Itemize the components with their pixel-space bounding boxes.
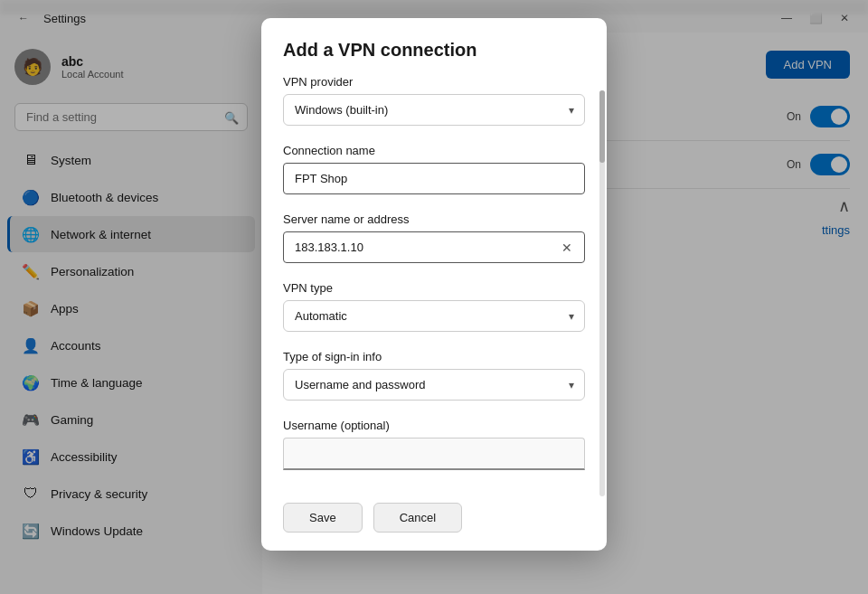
- server-input[interactable]: [283, 231, 585, 263]
- vpn-modal: Add a VPN connection VPN provider Window…: [261, 18, 607, 551]
- modal-scrollbar-thumb: [599, 90, 605, 163]
- sign-in-select[interactable]: Username and password Certificate Smart …: [283, 369, 585, 401]
- modal-overlay: Add a VPN connection VPN provider Window…: [0, 0, 868, 594]
- sign-in-group: Type of sign-in info Username and passwo…: [283, 350, 585, 401]
- modal-title: Add a VPN connection: [283, 40, 476, 61]
- sign-in-label: Type of sign-in info: [283, 350, 585, 363]
- modal-scrollbar[interactable]: [599, 90, 605, 496]
- connection-name-group: Connection name: [283, 144, 585, 194]
- vpn-provider-select-wrapper: Windows (built-in) ▾: [283, 94, 585, 126]
- sign-in-select-wrapper: Username and password Certificate Smart …: [283, 369, 585, 401]
- cancel-button[interactable]: Cancel: [373, 503, 462, 533]
- save-button[interactable]: Save: [283, 503, 363, 533]
- username-input[interactable]: [283, 438, 585, 470]
- vpn-provider-label: VPN provider: [283, 75, 585, 89]
- connection-name-input[interactable]: [283, 163, 585, 194]
- vpn-type-label: VPN type: [283, 281, 585, 295]
- vpn-type-group: VPN type Automatic PPTP L2TP/IPsec SSTP …: [283, 281, 585, 332]
- modal-header: Add a VPN connection: [261, 18, 607, 75]
- connection-name-label: Connection name: [283, 144, 585, 157]
- server-group: Server name or address ✕: [283, 212, 585, 263]
- username-label: Username (optional): [283, 419, 585, 432]
- vpn-provider-select[interactable]: Windows (built-in): [283, 94, 585, 126]
- modal-body: VPN provider Windows (built-in) ▾ Connec…: [261, 75, 607, 488]
- modal-footer: Save Cancel: [261, 488, 607, 551]
- server-label: Server name or address: [283, 212, 585, 226]
- username-group: Username (optional): [283, 419, 585, 470]
- vpn-provider-group: VPN provider Windows (built-in) ▾: [283, 75, 585, 126]
- server-clear-button[interactable]: ✕: [558, 239, 576, 257]
- vpn-type-select[interactable]: Automatic PPTP L2TP/IPsec SSTP IKEv2: [283, 300, 585, 332]
- server-input-wrapper: ✕: [283, 231, 585, 263]
- vpn-type-select-wrapper: Automatic PPTP L2TP/IPsec SSTP IKEv2 ▾: [283, 300, 585, 332]
